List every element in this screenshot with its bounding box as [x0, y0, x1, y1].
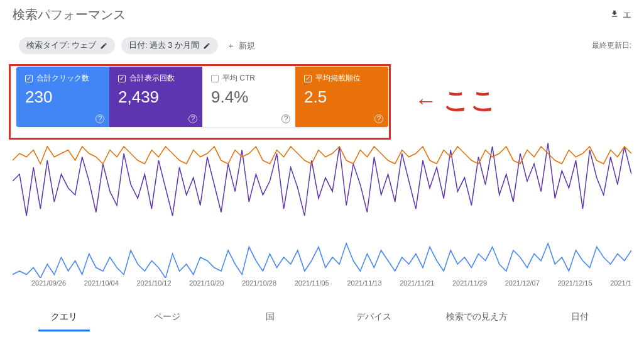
checkbox-icon — [211, 75, 219, 82]
xaxis-tick: 2021/10/20 — [189, 279, 224, 287]
metric-card-total-clicks[interactable]: 合計クリック数 230 ? — [16, 67, 109, 127]
xaxis-tick: 2021/09/26 — [31, 279, 66, 287]
export-label: エ — [623, 9, 631, 21]
add-filter-button[interactable]: ＋ 新規 — [227, 40, 255, 52]
performance-chart: 2021/09/262021/10/042021/10/122021/10/20… — [0, 127, 644, 287]
metric-card-average-position[interactable]: 平均掲載順位 2.5 ? — [295, 67, 388, 127]
tab-search-appearance[interactable]: 検索での見え方 — [425, 305, 528, 331]
metric-value: 2,439 — [118, 87, 194, 107]
help-icon[interactable]: ? — [281, 114, 290, 123]
xaxis-tick: 2021/10/28 — [242, 279, 276, 287]
metric-label: 合計クリック数 — [36, 73, 89, 84]
metric-value: 2.5 — [304, 87, 379, 107]
annotation-callout: ← ここ — [415, 83, 498, 118]
export-link[interactable]: エ — [610, 9, 631, 21]
chip-label: 検索タイプ: ウェブ — [26, 40, 96, 51]
metric-card-average-ctr[interactable]: 平均 CTR 9.4% ? — [202, 67, 295, 127]
metric-card-total-impressions[interactable]: 合計表示回数 2,439 ? — [109, 67, 202, 127]
last-updated-text: 最終更新日: — [592, 40, 631, 51]
metric-value: 9.4% — [211, 87, 287, 107]
help-icon[interactable]: ? — [188, 114, 197, 123]
xaxis-tick: 2021/12/07 — [505, 279, 540, 287]
tab-device[interactable]: デバイス — [322, 305, 425, 331]
pencil-icon — [203, 42, 210, 50]
checkbox-icon — [304, 75, 312, 82]
arrow-left-icon: ← — [415, 87, 439, 114]
xaxis-tick: 2021/11/13 — [347, 279, 382, 287]
download-icon — [610, 9, 619, 20]
tab-country[interactable]: 国 — [219, 305, 322, 331]
xaxis-tick: 2021/1 — [610, 279, 631, 287]
xaxis-tick: 2021/10/12 — [137, 279, 172, 287]
chip-label: 日付: 過去 3 か月間 — [129, 40, 199, 51]
page-title: 検索パフォーマンス — [13, 6, 126, 23]
metric-label: 平均 CTR — [222, 73, 255, 84]
xaxis-tick: 2021/10/04 — [84, 279, 119, 287]
tab-page[interactable]: ページ — [116, 305, 219, 331]
filter-chip-search-type[interactable]: 検索タイプ: ウェブ — [19, 37, 115, 54]
metric-value: 230 — [25, 87, 101, 107]
pencil-icon — [100, 42, 107, 50]
annotation-text: ここ — [444, 83, 498, 118]
tab-query[interactable]: クエリ — [13, 305, 116, 331]
tab-date[interactable]: 日付 — [528, 305, 631, 331]
xaxis-tick: 2021/11/29 — [452, 279, 487, 287]
xaxis-tick: 2021/11/21 — [400, 279, 434, 287]
filter-chip-date[interactable]: 日付: 過去 3 か月間 — [121, 37, 218, 54]
xaxis-tick: 2021/12/15 — [558, 279, 592, 287]
add-filter-label: 新規 — [239, 40, 255, 52]
checkbox-icon — [118, 75, 126, 82]
help-icon[interactable]: ? — [96, 114, 104, 123]
help-icon[interactable]: ? — [374, 114, 383, 123]
checkbox-icon — [25, 75, 33, 82]
metric-label: 合計表示回数 — [129, 73, 175, 84]
xaxis-tick: 2021/11/05 — [295, 279, 329, 287]
plus-icon: ＋ — [227, 40, 235, 52]
metric-label: 平均掲載順位 — [315, 73, 361, 84]
